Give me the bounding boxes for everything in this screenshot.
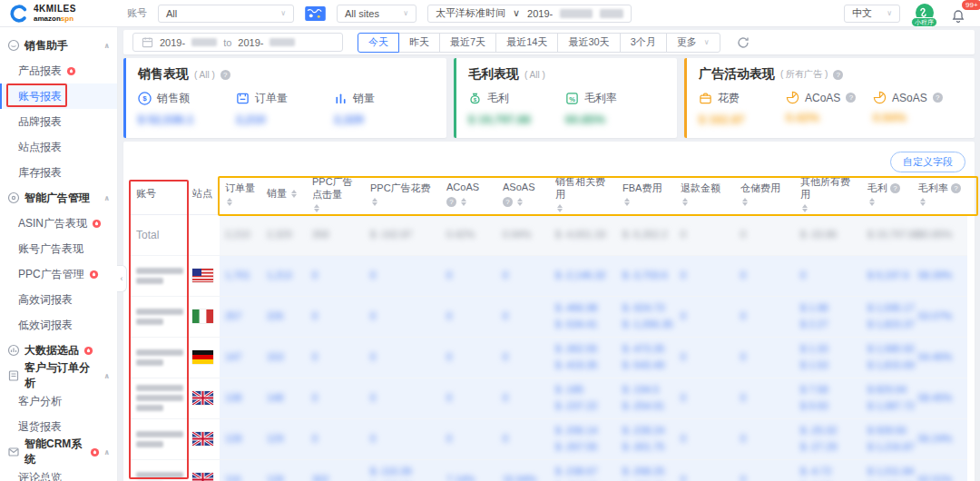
sort-icon[interactable] (682, 198, 688, 206)
cell-value[interactable]: 0 (681, 349, 730, 365)
sort-icon[interactable] (227, 198, 232, 206)
quick-range-button[interactable]: 3个月 (620, 33, 667, 53)
sidebar-section[interactable]: 客户与订单分析∧ (0, 363, 117, 388)
sort-icon[interactable] (920, 198, 926, 206)
sort-icon[interactable] (517, 198, 523, 206)
sidebar-section[interactable]: 销售助手∧ (0, 33, 117, 58)
cell-value[interactable]: $ -267.55 (555, 439, 612, 455)
cell-value[interactable]: 54.46% (918, 349, 962, 365)
cell-value[interactable]: $ 9.93 (800, 398, 857, 414)
cell-value[interactable]: 0 (503, 390, 544, 406)
refresh-button[interactable] (737, 36, 750, 49)
cell-value[interactable]: $ 1.53 (800, 358, 857, 373)
cell-value[interactable]: $ 1.33 (800, 341, 857, 357)
cell-value[interactable]: $ 1,815.69 (867, 358, 907, 373)
cell-value[interactable]: 0 (312, 390, 359, 406)
column-header[interactable]: 退款金额 (675, 174, 735, 214)
cell-value[interactable]: 0 (446, 268, 492, 283)
cell-value[interactable]: 0 (370, 349, 436, 365)
chevron-up-icon[interactable]: ∧ (104, 448, 111, 456)
cell-value[interactable]: $ -1,056.35 (622, 317, 670, 332)
column-header[interactable]: 销量 (261, 174, 307, 214)
cell-value[interactable]: 0 (446, 431, 492, 447)
quick-range-button[interactable]: 最近14天 (495, 33, 558, 53)
cell-value[interactable]: 128 (225, 431, 256, 447)
cell-value[interactable]: 15.94% (503, 472, 544, 481)
cell-value[interactable]: 0 (681, 472, 730, 481)
cell-value[interactable]: 58.39% (918, 268, 962, 283)
cell-value[interactable]: 138 (225, 390, 256, 406)
cell-value[interactable]: $ -185 (555, 382, 612, 398)
cell-value[interactable]: 226 (267, 309, 301, 324)
cell-value[interactable]: $ 1,011.84 (867, 464, 907, 479)
cell-value[interactable]: 0 (370, 309, 436, 324)
column-header[interactable]: FBA费用 (617, 174, 675, 214)
cell-value[interactable]: 56.24% (918, 431, 962, 447)
sites-select[interactable]: All sites ∨ (337, 5, 416, 23)
account-cell[interactable] (131, 459, 187, 481)
cell-value[interactable]: 58.45% (918, 390, 962, 406)
quick-range-button[interactable]: 昨天 (398, 33, 440, 53)
cell-value[interactable]: 0 (503, 349, 544, 365)
cell-value[interactable]: $ -228.24 (622, 423, 670, 438)
cell-value[interactable]: 0 (370, 390, 436, 406)
sort-icon[interactable] (869, 198, 875, 206)
column-header[interactable]: ACoAS? (441, 174, 497, 214)
cell-value[interactable]: $ -25.02 (800, 423, 857, 438)
cell-value[interactable]: 153 (267, 349, 301, 365)
account-cell[interactable] (131, 337, 187, 378)
cell-value[interactable]: 129 (267, 431, 301, 447)
cell-value[interactable]: 0 (370, 431, 436, 447)
column-header[interactable]: PPC广告花费 (365, 174, 441, 214)
cell-value[interactable]: 302 (312, 472, 359, 481)
column-header[interactable]: 销售相关费用 (550, 174, 617, 214)
quick-range-button[interactable]: 今天 (358, 33, 399, 53)
cell-value[interactable]: $ -4.72 (800, 464, 857, 479)
cell-value[interactable]: $ -466.98 (555, 300, 612, 316)
sidebar-item[interactable]: 账号广告表现 (0, 236, 117, 261)
cell-value[interactable]: $ -924.73 (622, 300, 670, 316)
sort-icon[interactable] (557, 204, 563, 212)
cell-value[interactable]: 0 (681, 268, 730, 283)
sidebar-item[interactable]: 低效词报表 (0, 312, 117, 338)
quick-range-button[interactable]: 最近7天 (439, 33, 496, 53)
quick-range-button[interactable]: 最近30天 (557, 33, 620, 53)
cell-value[interactable]: $ 1,580.92 (867, 341, 907, 357)
column-header[interactable]: PPC广告点击量 (307, 174, 365, 214)
cell-value[interactable]: 128 (267, 472, 301, 481)
cell-value[interactable]: $ -254.91 (622, 398, 670, 414)
sidebar-item[interactable]: 退货报表 (0, 414, 117, 439)
cell-value[interactable]: 0 (446, 309, 492, 324)
cell-value[interactable]: $ -110.39 (370, 464, 436, 479)
sidebar-item[interactable]: 库存报表 (0, 160, 117, 185)
sidebar-section[interactable]: 大数据选品 (0, 338, 117, 363)
sidebar-item[interactable]: 客户分析 (0, 388, 117, 414)
cell-value[interactable]: $ -3,703.6 (622, 268, 670, 283)
cell-value[interactable]: $ -2,146.32 (555, 268, 612, 283)
cell-value[interactable]: $ -268.25 (622, 464, 670, 479)
customize-fields-button[interactable]: 自定义字段 (890, 152, 965, 172)
app-logo[interactable]: 4KMILES amazonspn (9, 4, 116, 24)
account-cell[interactable] (131, 296, 187, 337)
cell-value[interactable]: 257 (225, 309, 256, 324)
sort-icon[interactable] (314, 204, 319, 212)
timezone-date-select[interactable]: 太平洋标准时间 ∨ 2019- (427, 5, 632, 23)
cell-value[interactable]: 1,701 (225, 268, 256, 283)
account-cell[interactable] (131, 418, 187, 459)
cell-value[interactable]: $ 1.98 (800, 300, 857, 316)
cell-value[interactable]: 0 (681, 431, 730, 447)
cell-value[interactable]: 0 (312, 349, 359, 365)
date-range-input[interactable]: 2019- to 2019- (132, 33, 343, 52)
cell-value[interactable]: 0 (312, 309, 359, 324)
cell-value[interactable]: $ 9,197.6 (867, 268, 907, 283)
sidebar-item[interactable]: 产品报表 (0, 58, 117, 83)
column-header[interactable]: 订单量 (220, 174, 261, 214)
chevron-up-icon[interactable]: ∧ (104, 372, 111, 380)
cell-value[interactable]: $ 1,087.72 (867, 398, 907, 414)
sort-icon[interactable] (742, 198, 748, 206)
sidebar-item[interactable]: PPC广告管理 (0, 261, 117, 287)
cell-value[interactable]: 0 (370, 268, 436, 283)
sidebar-item[interactable]: 站点报表 (0, 134, 117, 160)
sort-icon[interactable] (461, 198, 466, 206)
quick-range-button[interactable]: 更多∨ (666, 33, 720, 53)
